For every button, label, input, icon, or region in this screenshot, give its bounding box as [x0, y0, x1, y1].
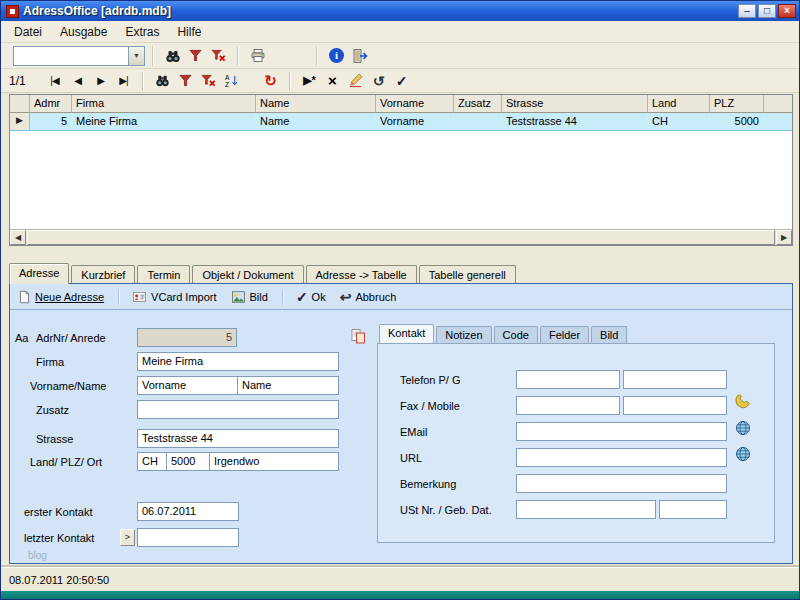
grid-sort-button[interactable]: AZ: [220, 70, 243, 91]
letzter-kontakt-field[interactable]: [137, 528, 239, 547]
cell-vorname[interactable]: Vorname: [376, 113, 454, 130]
status-datetime: 08.07.2011 20:50:50: [9, 574, 109, 586]
zusatz-field[interactable]: [137, 400, 339, 419]
fax-mobile-label: Fax / Mobile: [400, 400, 460, 412]
exit-button[interactable]: [348, 45, 371, 66]
column-header-admr[interactable]: Admr: [30, 95, 72, 113]
land-field[interactable]: CH: [137, 452, 167, 471]
tab-termin[interactable]: Termin: [137, 265, 190, 284]
adrnr-field[interactable]: 5: [137, 328, 237, 347]
find-button[interactable]: [161, 45, 184, 66]
tab-bild[interactable]: Bild: [591, 326, 627, 343]
ust-field[interactable]: [516, 500, 656, 519]
tab-adresse-tabelle[interactable]: Adresse -> Tabelle: [306, 265, 417, 284]
open-url-button[interactable]: [735, 446, 751, 462]
strasse-field[interactable]: Teststrasse 44: [137, 429, 339, 448]
refresh-button[interactable]: ↻: [259, 70, 282, 91]
bemerkung-field[interactable]: [516, 474, 727, 493]
letzter-kontakt-expand-button[interactable]: >: [120, 529, 135, 546]
mobile-field[interactable]: [623, 396, 727, 415]
edit-record-button[interactable]: [344, 70, 367, 91]
clipboard-copy-button[interactable]: [350, 328, 366, 344]
chevron-down-icon[interactable]: ▼: [128, 47, 144, 65]
url-field[interactable]: [516, 448, 727, 467]
print-button[interactable]: [246, 45, 269, 66]
cell-zusatz[interactable]: [454, 113, 502, 130]
cell-firma[interactable]: Meine Firma: [72, 113, 256, 130]
search-combo-value[interactable]: [14, 47, 128, 65]
tab-code[interactable]: Code: [494, 326, 538, 343]
contact-tab-strip: Kontakt Notizen Code Felder Bild: [377, 324, 775, 343]
filter-button[interactable]: [184, 45, 207, 66]
tab-felder[interactable]: Felder: [540, 326, 589, 343]
grid-filter-button[interactable]: [174, 70, 197, 91]
plz-field[interactable]: 5000: [166, 452, 210, 471]
firma-field[interactable]: Meine Firma: [137, 352, 339, 371]
undo-button[interactable]: ↺: [367, 70, 390, 91]
scroll-right-button[interactable]: ▶: [776, 230, 792, 245]
grid-row-selected[interactable]: ▶ 5 Meine Firma Name Vorname Teststrasse…: [10, 113, 792, 131]
last-record-button[interactable]: ▶|: [112, 70, 135, 91]
first-record-button[interactable]: |◀: [43, 70, 66, 91]
vorname-field[interactable]: Vorname: [137, 376, 238, 395]
column-header-zusatz[interactable]: Zusatz: [454, 95, 502, 113]
menu-item-ausgabe[interactable]: Ausgabe: [51, 22, 116, 42]
record-counter: 1/1: [9, 74, 35, 88]
vcard-import-button[interactable]: VCard Import: [132, 290, 216, 304]
column-header-vorname[interactable]: Vorname: [376, 95, 454, 113]
close-button[interactable]: ×: [778, 4, 796, 18]
maximize-button[interactable]: □: [758, 4, 776, 18]
image-button[interactable]: Bild: [231, 290, 268, 304]
delete-record-button[interactable]: ×: [321, 70, 344, 91]
address-grid[interactable]: Admr Firma Name Vorname Zusatz Strasse L…: [9, 94, 793, 246]
dial-button[interactable]: [735, 394, 751, 410]
column-header-name[interactable]: Name: [256, 95, 376, 113]
scroll-left-button[interactable]: ◀: [10, 230, 26, 245]
filter-clear-button[interactable]: [207, 45, 230, 66]
fax-field[interactable]: [516, 396, 620, 415]
insert-record-button[interactable]: ▶*: [298, 70, 321, 91]
email-field[interactable]: [516, 422, 727, 441]
cell-plz[interactable]: 5000: [710, 113, 764, 130]
column-header-strasse[interactable]: Strasse: [502, 95, 648, 113]
scrollbar-thumb[interactable]: [27, 230, 775, 245]
info-button[interactable]: i: [325, 45, 348, 66]
cell-land[interactable]: CH: [648, 113, 710, 130]
titlebar[interactable]: AdressOffice [adrdb.mdb] – □ ×: [1, 1, 799, 21]
tab-tabelle-generell[interactable]: Tabelle generell: [419, 265, 516, 284]
menu-item-extras[interactable]: Extras: [116, 22, 168, 42]
new-address-button[interactable]: Neue Adresse: [18, 290, 104, 304]
name-field[interactable]: Name: [237, 376, 339, 395]
erster-kontakt-field[interactable]: 06.07.2011: [137, 502, 239, 521]
grid-filter-clear-button[interactable]: [197, 70, 220, 91]
column-header-plz[interactable]: PLZ: [710, 95, 764, 113]
menu-item-hilfe[interactable]: Hilfe: [168, 22, 210, 42]
telefon-g-field[interactable]: [623, 370, 727, 389]
prev-record-button[interactable]: ◀: [66, 70, 89, 91]
geb-dat-field[interactable]: [659, 500, 727, 519]
post-button[interactable]: ✓: [390, 70, 413, 91]
tab-notizen[interactable]: Notizen: [436, 326, 491, 343]
cell-admr[interactable]: 5: [30, 113, 72, 130]
tab-objekt-dokument[interactable]: Objekt / Dokument: [192, 265, 303, 284]
tab-adresse[interactable]: Adresse: [9, 263, 69, 284]
next-record-button[interactable]: ▶: [89, 70, 112, 91]
ok-button[interactable]: ✓ Ok: [296, 289, 326, 305]
search-combo[interactable]: ▼: [13, 46, 145, 66]
telefon-p-field[interactable]: [516, 370, 620, 389]
tab-kontakt[interactable]: Kontakt: [379, 324, 434, 343]
cell-strasse[interactable]: Teststrasse 44: [502, 113, 648, 130]
row-selector-marker[interactable]: ▶: [10, 113, 30, 130]
cancel-button[interactable]: ↩ Abbruch: [340, 289, 397, 305]
cell-name[interactable]: Name: [256, 113, 376, 130]
tab-kurzbrief[interactable]: Kurzbrief: [71, 265, 135, 284]
horizontal-scrollbar[interactable]: ◀ ▶: [10, 229, 792, 245]
minimize-button[interactable]: –: [738, 4, 756, 18]
send-email-button[interactable]: [735, 420, 751, 436]
column-header-firma[interactable]: Firma: [72, 95, 256, 113]
email-label: EMail: [400, 426, 428, 438]
grid-find-button[interactable]: [151, 70, 174, 91]
ort-field[interactable]: Irgendwo: [209, 452, 339, 471]
menu-item-datei[interactable]: Datei: [5, 22, 51, 42]
column-header-land[interactable]: Land: [648, 95, 710, 113]
